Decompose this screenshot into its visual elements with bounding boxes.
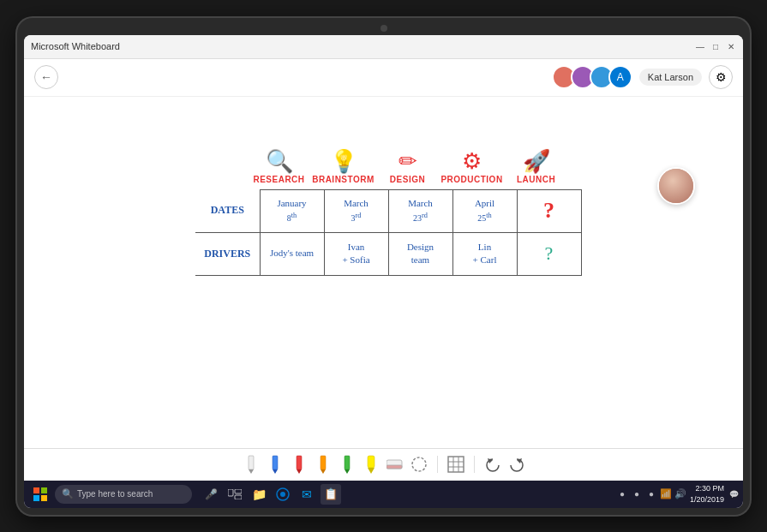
svg-rect-23 (41, 487, 47, 493)
svg-marker-1 (249, 469, 254, 474)
design-label: DESIGN (390, 175, 425, 184)
app-content: ← A Kat Larson ⚙ (24, 59, 743, 481)
col-launch: 🚀 LAUNCH (504, 148, 568, 184)
cell-brainstorm-driver: Ivan+ Sofia (324, 232, 388, 275)
window-title: Microsoft Whiteboard (31, 41, 695, 51)
network-icon[interactable]: 📶 (660, 488, 672, 500)
profile-avatar (657, 167, 695, 205)
research-label: RESEARCH (253, 175, 304, 184)
marker-yellow-tool[interactable] (362, 452, 381, 476)
sys-icons: ● ● ● 📶 🔊 (616, 488, 686, 500)
volume-icon[interactable]: 🔊 (674, 488, 686, 500)
app-toolbar: ← A Kat Larson ⚙ (24, 59, 743, 97)
taskbar-time: 2:30 PM 1/20/2019 (690, 483, 724, 505)
taskbar-search[interactable]: 🔍 Type here to search (55, 485, 192, 504)
whiteboard-canvas[interactable]: 🔍 RESEARCH 💡 BRAINSTORM ✏ DESIGN ⚙ (24, 97, 743, 481)
task-view-icon[interactable] (225, 484, 245, 505)
whiteboard-table: 🔍 RESEARCH 💡 BRAINSTORM ✏ DESIGN ⚙ (195, 148, 582, 276)
col-production: ⚙ PRODUCTION (440, 148, 504, 184)
taskbar-avatar-2: ● (631, 488, 643, 500)
cell-design-date: March23rd (388, 189, 452, 232)
cell-design-driver: Designteam (388, 232, 452, 275)
start-button[interactable] (27, 482, 53, 506)
svg-rect-24 (33, 495, 39, 501)
mail-icon[interactable]: ✉ (297, 484, 317, 505)
cell-research-driver: Jody's team (260, 232, 324, 275)
pencil-red-tool[interactable] (290, 452, 309, 476)
production-icon: ⚙ (462, 148, 482, 175)
redo-button[interactable] (507, 452, 526, 476)
taskbar-pinned-icons: 🎤 📁 ✉ 📋 (201, 484, 341, 505)
drivers-row-label: DRIVERS (195, 232, 260, 275)
whiteboard-taskbar-icon[interactable]: 📋 (321, 484, 341, 505)
dates-row-label: DATES (195, 189, 260, 232)
windows-taskbar: 🔍 Type here to search 🎤 📁 ✉ 📋 ● ● (24, 481, 743, 508)
brainstorm-icon: 💡 (330, 148, 357, 175)
svg-rect-6 (321, 456, 326, 469)
svg-rect-25 (41, 495, 47, 501)
cell-launch-date: ? (517, 189, 581, 232)
settings-button[interactable]: ⚙ (709, 65, 733, 89)
browser-icon[interactable] (273, 484, 293, 505)
notification-icon[interactable]: 💬 (728, 488, 740, 500)
user-pill[interactable]: Kat Larson (639, 69, 702, 86)
lasso-tool[interactable] (410, 452, 428, 476)
taskbar-avatar-1: ● (616, 488, 628, 500)
device-frame: Microsoft Whiteboard — □ ✕ ← A (17, 18, 750, 515)
research-icon: 🔍 (266, 148, 293, 175)
cell-production-driver: Lin+ Carl (452, 232, 517, 275)
taskbar-right: ● ● ● 📶 🔊 2:30 PM 1/20/2019 💬 (616, 483, 740, 505)
svg-marker-9 (345, 469, 350, 474)
svg-rect-4 (297, 456, 302, 469)
user-name: Kat Larson (648, 72, 693, 82)
dates-drivers-table: DATES January8th March3rd March23rd (195, 189, 582, 276)
pencil-blue-tool[interactable] (266, 452, 285, 476)
svg-rect-22 (33, 487, 39, 493)
svg-rect-8 (345, 456, 350, 469)
maximize-button[interactable]: □ (710, 41, 721, 51)
svg-rect-28 (235, 495, 242, 499)
svg-rect-13 (386, 465, 402, 469)
svg-marker-7 (321, 469, 326, 474)
pencil-white-tool[interactable] (242, 452, 261, 476)
close-button[interactable]: ✕ (726, 41, 736, 51)
file-explorer-icon[interactable]: 📁 (249, 484, 269, 505)
design-icon: ✏ (398, 148, 417, 175)
screen: Microsoft Whiteboard — □ ✕ ← A (24, 35, 743, 508)
dates-row: DATES January8th March3rd March23rd (195, 189, 581, 232)
svg-point-30 (280, 492, 285, 497)
cell-research-date: January8th (260, 189, 324, 232)
launch-label: LAUNCH (517, 175, 555, 184)
svg-marker-11 (368, 468, 375, 474)
camera-dot (381, 25, 387, 32)
svg-rect-0 (249, 456, 254, 469)
eraser-tool[interactable] (386, 452, 404, 476)
drawing-toolbar (24, 448, 743, 481)
table-tool[interactable] (446, 452, 465, 476)
drivers-row: DRIVERS Jody's team Ivan+ Sofia Designte… (195, 232, 581, 275)
svg-rect-27 (235, 489, 242, 493)
col-research: 🔍 RESEARCH (247, 148, 311, 184)
avatar-4: A (608, 65, 632, 89)
launch-icon: 🚀 (523, 148, 550, 175)
cell-brainstorm-date: March3rd (324, 189, 388, 232)
back-button[interactable]: ← (34, 65, 58, 89)
svg-marker-5 (297, 469, 302, 474)
minimize-button[interactable]: — (695, 41, 705, 51)
pencil-orange-tool[interactable] (314, 452, 333, 476)
svg-rect-26 (228, 489, 233, 496)
icons-row: 🔍 RESEARCH 💡 BRAINSTORM ✏ DESIGN ⚙ (195, 148, 582, 184)
pencil-green-tool[interactable] (338, 452, 357, 476)
toolbar-right: A Kat Larson ⚙ (552, 65, 733, 89)
mic-icon[interactable]: 🎤 (201, 484, 221, 505)
toolbar-separator-2 (474, 456, 475, 473)
undo-button[interactable] (483, 452, 502, 476)
avatars-group: A (552, 65, 632, 89)
date-display: 1/20/2019 (690, 494, 724, 505)
time-display: 2:30 PM (690, 483, 724, 494)
svg-rect-15 (448, 457, 464, 472)
taskbar-avatar-3: ● (645, 488, 657, 500)
cell-launch-driver: ? (517, 232, 581, 275)
col-design: ✏ DESIGN (375, 148, 440, 184)
svg-rect-10 (368, 456, 375, 468)
